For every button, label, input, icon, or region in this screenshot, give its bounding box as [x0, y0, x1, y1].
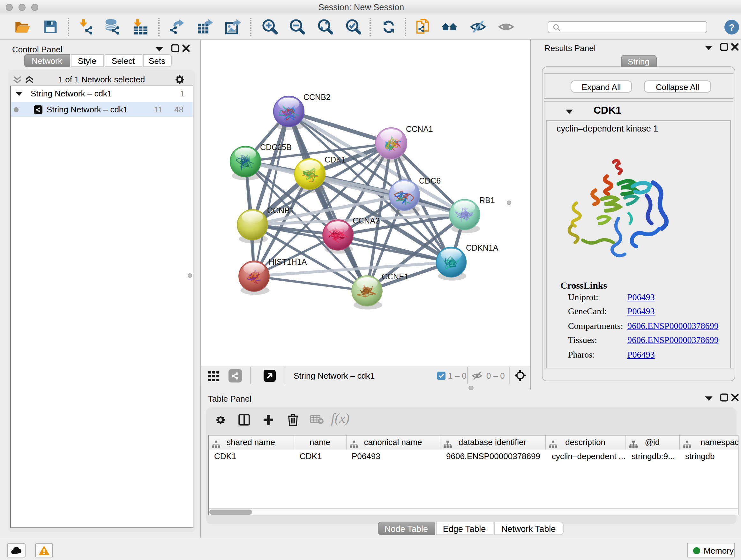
svg-text:CCNA2: CCNA2	[352, 216, 380, 225]
svg-text:CDKN1A: CDKN1A	[466, 243, 498, 252]
svg-text:RB1: RB1	[479, 196, 495, 205]
svg-text:CCNA1: CCNA1	[406, 125, 433, 133]
svg-text:HIST1H1A: HIST1H1A	[268, 257, 307, 266]
svg-text:CCNB2: CCNB2	[303, 92, 330, 102]
svg-text:CDC25B: CDC25B	[260, 143, 291, 152]
svg-text:CDK1: CDK1	[324, 155, 346, 164]
svg-text:CCNE1: CCNE1	[381, 272, 408, 281]
svg-text:CDC6: CDC6	[419, 176, 441, 185]
svg-text:CCNB1: CCNB1	[267, 206, 294, 215]
